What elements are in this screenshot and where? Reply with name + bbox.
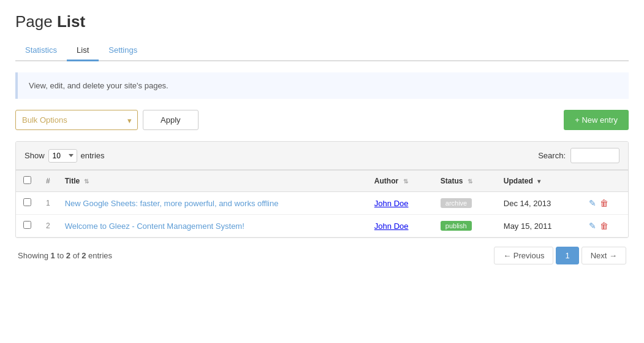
- row-author-0: John Doe: [367, 192, 433, 215]
- row-checkbox-0: [16, 192, 39, 215]
- new-entry-button[interactable]: + New entry: [564, 110, 629, 130]
- updated-sort-icon: ▾: [537, 178, 540, 185]
- search-label: Search:: [538, 151, 566, 160]
- row-updated-1: May 15, 2011: [496, 215, 581, 237]
- header-status[interactable]: Status ⇅: [433, 171, 496, 192]
- row-actions-1: ✎ 🗑: [581, 215, 628, 237]
- row-num-0: 1: [39, 192, 58, 215]
- delete-icon-0[interactable]: 🗑: [600, 198, 608, 208]
- header-updated[interactable]: Updated ▾: [496, 171, 581, 192]
- page-wrapper: Page List Statistics List Settings View,…: [0, 0, 644, 279]
- status-sort-icon: ⇅: [468, 178, 472, 185]
- row-title-0: New Google Sheets: faster, more powerful…: [58, 192, 367, 215]
- prev-button[interactable]: ← Previous: [494, 247, 553, 264]
- delete-icon-1[interactable]: 🗑: [600, 221, 608, 231]
- bulk-options-dropdown[interactable]: Bulk Options: [15, 110, 138, 130]
- header-actions: [581, 171, 628, 192]
- tabs-bar: Statistics List Settings: [15, 40, 629, 61]
- row-title-1: Welcome to Gleez - Content Management Sy…: [58, 215, 367, 237]
- tab-list[interactable]: List: [67, 40, 99, 61]
- author-sort-icon: ⇅: [403, 178, 408, 185]
- search-area: Search:: [538, 148, 619, 163]
- row-title-link-0[interactable]: New Google Sheets: faster, more powerful…: [65, 199, 279, 208]
- entries-label: entries: [81, 151, 105, 160]
- row-author-link-0[interactable]: John Doe: [374, 199, 409, 208]
- row-checkbox-1: [16, 215, 39, 237]
- pagination-bar: Showing 1 to 2 of 2 entries ← Previous 1…: [15, 238, 629, 267]
- row-check-0[interactable]: [23, 198, 31, 206]
- row-check-1[interactable]: [23, 221, 31, 229]
- table-header-bar: Show 10 25 50 100 entries Search:: [16, 142, 628, 170]
- row-num-1: 2: [39, 215, 58, 237]
- select-all-checkbox[interactable]: [23, 176, 31, 184]
- row-status-0: archive: [433, 192, 496, 215]
- table-row: 1 New Google Sheets: faster, more powerf…: [16, 192, 628, 215]
- row-status-1: publish: [433, 215, 496, 237]
- row-updated-0: Dec 14, 2013: [496, 192, 581, 215]
- table-header-row: # Title ⇅ Author ⇅ Status ⇅: [16, 171, 628, 192]
- pagination-controls: ← Previous 1 Next →: [494, 247, 626, 264]
- next-button[interactable]: Next →: [581, 247, 626, 264]
- apply-button[interactable]: Apply: [143, 110, 199, 130]
- header-title[interactable]: Title ⇅: [58, 171, 367, 192]
- tab-statistics[interactable]: Statistics: [15, 40, 67, 61]
- info-message: View, edit, and delete your site's pages…: [15, 72, 629, 99]
- row-title-link-1[interactable]: Welcome to Gleez - Content Management Sy…: [65, 222, 244, 231]
- bulk-options-select[interactable]: Bulk Options: [15, 110, 138, 130]
- table-container: Show 10 25 50 100 entries Search:: [15, 141, 629, 238]
- header-num[interactable]: #: [39, 171, 58, 192]
- header-author[interactable]: Author ⇅: [367, 171, 433, 192]
- toolbar: Bulk Options Apply + New entry: [15, 110, 629, 130]
- edit-icon-0[interactable]: ✎: [589, 198, 596, 208]
- row-actions-0: ✎ 🗑: [581, 192, 628, 215]
- show-entries-select[interactable]: 10 25 50 100: [48, 149, 77, 163]
- entries-table: # Title ⇅ Author ⇅ Status ⇅: [16, 170, 628, 237]
- status-badge-0: archive: [441, 198, 472, 208]
- row-author-1: John Doe: [367, 215, 433, 237]
- row-author-link-1[interactable]: John Doe: [374, 222, 409, 231]
- table-row: 2 Welcome to Gleez - Content Management …: [16, 215, 628, 237]
- search-input[interactable]: [570, 148, 619, 163]
- status-badge-1: publish: [441, 221, 472, 231]
- title-sort-icon: ⇅: [84, 178, 89, 185]
- page-1-button[interactable]: 1: [556, 247, 578, 264]
- showing-text: Showing 1 to 2 of 2 entries: [18, 251, 112, 260]
- show-entries: Show 10 25 50 100 entries: [25, 149, 105, 163]
- tab-settings[interactable]: Settings: [99, 40, 147, 61]
- page-title: Page List: [15, 12, 629, 31]
- show-label: Show: [25, 151, 45, 160]
- edit-icon-1[interactable]: ✎: [589, 221, 596, 231]
- header-checkbox: [16, 171, 39, 192]
